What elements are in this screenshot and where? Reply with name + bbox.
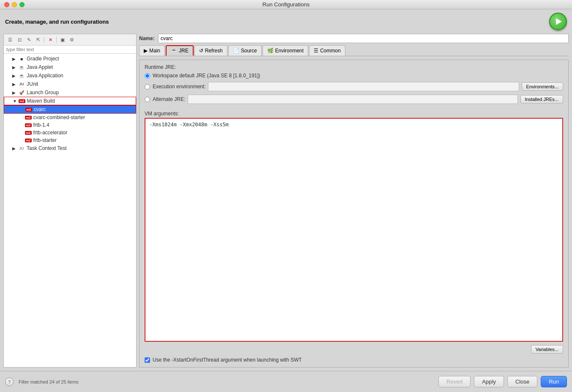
name-label: Name:: [139, 35, 155, 41]
close-window-btn[interactable]: [4, 2, 9, 7]
tree-item-label: frtb-1.4: [33, 122, 49, 128]
alternate-jre-radio[interactable]: [145, 97, 150, 102]
java-app-icon: ☕: [18, 72, 25, 79]
title-bar: Run Configurations: [0, 0, 572, 9]
bottom-right-btns: Revert Apply Close Run: [438, 376, 567, 387]
edit-btn[interactable]: ✎: [25, 35, 33, 44]
body-area: ☰ ⊡ ✎ ⇱ ✕ ▣ ⚙ ▶ ■ Gradle Project ▶ ☕ J: [0, 34, 572, 371]
expand-arrow: ▼: [13, 99, 18, 103]
tabs-bar: ▶ Main ☕ JRE ↺ Refresh 📄 Source 🌿 Enviro…: [139, 45, 569, 56]
right-panel: Name: ▶ Main ☕ JRE ↺ Refresh 📄 Source 🌿: [139, 34, 569, 368]
execution-env-label: Execution environment:: [153, 84, 205, 90]
tab-jre[interactable]: ☕ JRE: [166, 45, 194, 56]
main-tab-icon: ▶: [144, 48, 148, 54]
tree-item-task-context-test[interactable]: ▶ JU Task Context Test: [4, 144, 136, 152]
tab-label: Main: [149, 48, 160, 54]
m2-badge: m2: [19, 99, 25, 103]
new-config-btn[interactable]: ☰: [6, 35, 14, 44]
vm-args-section: VM arguments: Variables...: [145, 111, 563, 354]
refresh-tab-icon: ↺: [199, 48, 203, 54]
workspace-default-radio[interactable]: [145, 73, 150, 79]
minimize-window-btn[interactable]: [12, 2, 17, 7]
help-btn[interactable]: ?: [5, 378, 14, 386]
expand-arrow: ▶: [12, 146, 17, 151]
tab-source[interactable]: 📄 Source: [228, 45, 262, 56]
task-icon: JU: [18, 145, 25, 152]
swt-checkbox[interactable]: [145, 357, 150, 363]
tab-refresh[interactable]: ↺ Refresh: [194, 45, 227, 56]
toolbar-separator: [44, 37, 44, 43]
gradle-icon: ■: [18, 55, 25, 62]
tree-item-label: frtb-starter: [33, 137, 57, 143]
tree-item-frtb-1-4[interactable]: ▶ m2 frtb-1.4: [4, 121, 136, 129]
expand-arrow: ▶: [19, 138, 24, 143]
tree-item-junit[interactable]: ▶ JU JUnit: [4, 80, 136, 88]
m2-badge: m2: [25, 139, 32, 142]
tab-common[interactable]: ☰ Common: [309, 45, 345, 56]
traffic-lights: [4, 2, 25, 7]
environments-btn[interactable]: Environments...: [522, 82, 563, 91]
runtime-jre-label: Runtime JRE:: [145, 64, 563, 70]
filter-input[interactable]: [4, 46, 136, 54]
tree-item-label: Java Application: [27, 73, 63, 79]
tree-item-label: Maven Build: [27, 98, 55, 104]
expand-arrow: ▶: [12, 74, 17, 78]
tree-item-cvarc-combined-starter[interactable]: ▶ m2 cvarc-combined-starter: [4, 114, 136, 121]
delete-btn[interactable]: ✕: [46, 35, 55, 44]
tree-item-gradle-project[interactable]: ▶ ■ Gradle Project: [4, 54, 136, 63]
name-input[interactable]: [158, 34, 569, 43]
execution-env-radio[interactable]: [145, 84, 150, 90]
header-bar: Create, manage, and run configurations: [0, 9, 572, 34]
tree-item-label: JUnit: [27, 81, 38, 87]
tab-label: Environment: [275, 48, 304, 54]
close-btn[interactable]: Close: [507, 376, 537, 387]
common-tab-icon: ☰: [314, 48, 318, 54]
vm-args-label: VM arguments:: [145, 111, 563, 117]
expand-arrow: ▶: [12, 82, 17, 87]
alternate-jre-dropdown[interactable]: [188, 95, 517, 104]
expand-arrow: ▶: [19, 115, 24, 120]
tree-item-maven-build[interactable]: ▼ m2 Maven Build: [4, 97, 136, 105]
toolbar-separator-2: [56, 37, 57, 43]
tab-main[interactable]: ▶ Main: [139, 45, 165, 56]
tree-item-frtb-accelerator[interactable]: ▶ m2 frtb-accelerator: [4, 129, 136, 136]
vm-args-box: [145, 118, 563, 342]
tree-item-cvarc[interactable]: ▶ m2 cvarc: [4, 105, 136, 114]
export-btn[interactable]: ⇱: [34, 35, 42, 44]
duplicate-btn[interactable]: ⊡: [15, 35, 24, 44]
maximize-window-btn[interactable]: [19, 2, 25, 7]
tab-environment[interactable]: 🌿 Environment: [263, 45, 308, 56]
installed-jres-btn[interactable]: Installed JREs...: [520, 95, 563, 103]
workspace-default-row: Workspace default JRE (Java SE 8 [1.8.0_…: [145, 72, 563, 79]
expand-arrow: ▶: [19, 123, 24, 128]
collapse-btn[interactable]: ▣: [58, 35, 67, 44]
jre-content: Runtime JRE: Workspace default JRE (Java…: [139, 60, 569, 368]
tree-item-java-applet[interactable]: ▶ ☕ Java Applet: [4, 63, 136, 71]
spacer: [145, 106, 563, 111]
settings-btn[interactable]: ⚙: [68, 35, 76, 44]
tree-item-launch-group[interactable]: ▶ 🚀 Launch Group: [4, 88, 136, 97]
left-panel: ☰ ⊡ ✎ ⇱ ✕ ▣ ⚙ ▶ ■ Gradle Project ▶ ☕ J: [3, 34, 137, 368]
expand-arrow: ▶: [19, 107, 25, 112]
revert-btn[interactable]: Revert: [438, 376, 471, 387]
vm-args-input[interactable]: [147, 120, 561, 221]
tree-item-label: Task Context Test: [27, 145, 67, 151]
swt-checkbox-label: Use the -XstartOnFirstThread argument wh…: [153, 357, 302, 363]
tree-item-label: Gradle Project: [27, 56, 59, 62]
tab-label: Refresh: [205, 48, 223, 54]
name-row: Name:: [139, 34, 569, 43]
m2-badge: m2: [25, 123, 32, 127]
variables-btn[interactable]: Variables...: [531, 345, 563, 354]
tree-item-java-application[interactable]: ▶ ☕ Java Application: [4, 71, 136, 80]
tree-item-label: frtb-accelerator: [33, 130, 68, 136]
filter-count: Filter matched 24 of 25 items: [19, 379, 438, 384]
run-button[interactable]: [549, 13, 567, 30]
run-dialog-btn[interactable]: Run: [541, 376, 567, 387]
variables-row: Variables...: [145, 345, 563, 354]
execution-env-dropdown[interactable]: [208, 82, 519, 91]
workspace-default-label: Workspace default JRE (Java SE 8 [1.8.0_…: [153, 73, 260, 79]
swt-checkbox-row: Use the -XstartOnFirstThread argument wh…: [145, 357, 563, 363]
expand-arrow: ▶: [12, 57, 17, 61]
tree-item-frtb-starter[interactable]: ▶ m2 frtb-starter: [4, 136, 136, 144]
apply-btn[interactable]: Apply: [474, 376, 504, 387]
